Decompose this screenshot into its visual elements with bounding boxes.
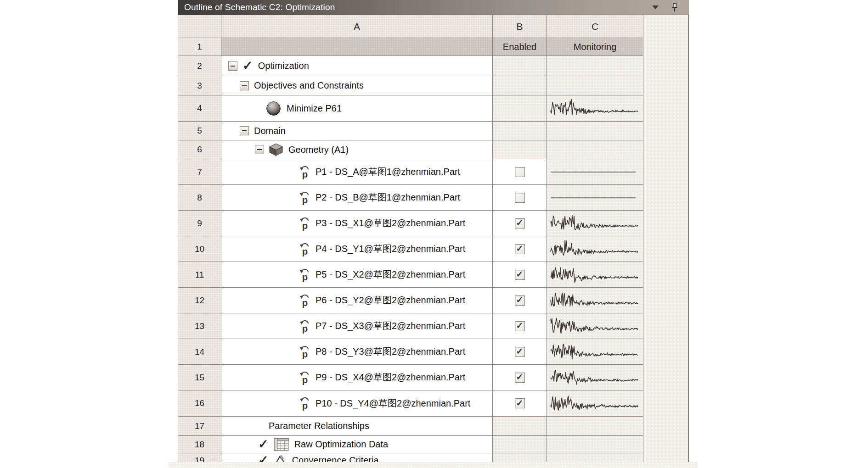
- monitoring-sparkline: [549, 290, 641, 311]
- parameter-icon: p: [299, 319, 310, 334]
- column-b-cell: [493, 390, 547, 416]
- collapse-toggle[interactable]: [255, 145, 264, 154]
- row-number: 10: [178, 236, 221, 262]
- column-a-cell: ✓Optimization: [221, 56, 493, 76]
- column-a-cell: Objectives and Constraints: [221, 76, 493, 95]
- checkmark-icon: ✓: [258, 438, 269, 451]
- row-number: 18: [178, 436, 221, 453]
- table-row-7[interactable]: 7pP1 - DS_A@草图1@zhenmian.Part: [178, 159, 643, 185]
- tree-item[interactable]: pP3 - DS_X1@草图2@zhenmian.Part: [221, 216, 492, 231]
- panel-title-bar[interactable]: Outline of Schematic C2: Optimization: [178, 0, 689, 15]
- tree-item-label: Raw Optimization Data: [294, 439, 389, 450]
- row-number: 6: [178, 140, 221, 159]
- enabled-checkbox-checked[interactable]: [515, 321, 525, 331]
- column-c-cell: [547, 95, 643, 121]
- table-row-5[interactable]: 5Domain: [178, 122, 643, 140]
- row-number: 9: [178, 211, 221, 236]
- tree-item[interactable]: Parameter Relationships: [221, 421, 492, 431]
- enabled-checkbox-checked[interactable]: [515, 295, 525, 306]
- table-row-12[interactable]: 12pP6 - DS_Y2@草图2@zhenmian.Part: [178, 288, 643, 313]
- table-row-3[interactable]: 3Objectives and Constraints: [178, 76, 643, 95]
- monitoring-sparkline: [549, 239, 641, 259]
- tree-item-label: Optimization: [258, 61, 309, 71]
- cube-icon: [269, 143, 283, 156]
- table-row-10[interactable]: 10pP4 - DS_Y1@草图2@zhenmian.Part: [178, 236, 643, 262]
- table-row-14[interactable]: 14pP8 - DS_Y3@草图2@zhenmian.Part: [178, 339, 643, 365]
- enabled-checkbox-checked[interactable]: [515, 244, 525, 254]
- table-row-17[interactable]: 17Parameter Relationships: [178, 417, 643, 436]
- table-row-16[interactable]: 16pP10 - DS_Y4@草图2@zhenmian.Part: [178, 390, 643, 417]
- column-b-cell: [493, 185, 547, 210]
- collapse-toggle[interactable]: [228, 61, 237, 71]
- enabled-checkbox-unchecked[interactable]: [515, 193, 525, 203]
- column-c-cell: [547, 185, 643, 210]
- tree-item[interactable]: Domain: [221, 126, 492, 136]
- tree-item-label: P9 - DS_X4@草图2@zhenmian.Part: [316, 371, 465, 384]
- monitoring-flatline: [549, 188, 641, 208]
- enabled-checkbox-checked[interactable]: [515, 218, 525, 228]
- tree-item[interactable]: pP6 - DS_Y2@草图2@zhenmian.Part: [221, 293, 492, 308]
- tree-item[interactable]: pP4 - DS_Y1@草图2@zhenmian.Part: [221, 242, 492, 256]
- collapse-toggle[interactable]: [240, 126, 249, 135]
- table-row-11[interactable]: 11pP5 - DS_X2@草图2@zhenmian.Part: [178, 262, 643, 288]
- tree-item-label: P7 - DS_X3@草图2@zhenmian.Part: [316, 320, 465, 332]
- monitoring-sparkline: [549, 342, 641, 362]
- monitoring-sparkline: [549, 368, 641, 388]
- tree-item-label: Parameter Relationships: [269, 421, 369, 431]
- column-a-cell: Geometry (A1): [221, 140, 493, 159]
- column-c-cell: [547, 140, 643, 159]
- table-row-18[interactable]: 18✓Raw Optimization Data: [178, 436, 643, 453]
- pin-icon[interactable]: [671, 3, 678, 12]
- monitoring-flatline: [549, 162, 641, 182]
- tree-item[interactable]: Minimize P61: [221, 101, 492, 116]
- row-number: 2: [178, 56, 221, 76]
- panel-right-filler: [643, 15, 689, 468]
- tree-item[interactable]: pP10 - DS_Y4@草图2@zhenmian.Part: [221, 396, 492, 411]
- enabled-checkbox-checked[interactable]: [515, 373, 525, 383]
- table-row-6[interactable]: 6Geometry (A1): [178, 140, 643, 159]
- enabled-checkbox-checked[interactable]: [515, 398, 525, 408]
- tree-item[interactable]: pP9 - DS_X4@草图2@zhenmian.Part: [221, 370, 492, 385]
- tree-item[interactable]: pP2 - DS_B@草图1@zhenmian.Part: [221, 190, 492, 205]
- tree-item[interactable]: ✓Raw Optimization Data: [221, 438, 492, 451]
- tree-item[interactable]: Objectives and Constraints: [221, 80, 492, 91]
- tree-item[interactable]: pP5 - DS_X2@草图2@zhenmian.Part: [221, 267, 492, 282]
- column-c-cell: [547, 236, 643, 262]
- bottom-edge-strip: [169, 462, 698, 468]
- column-c-cell: [547, 262, 643, 287]
- minus-glyph: [242, 85, 247, 86]
- checkmark-icon: ✓: [242, 60, 253, 72]
- column-b-cell: [493, 140, 547, 159]
- table-row-13[interactable]: 13pP7 - DS_X3@草图2@zhenmian.Part: [178, 313, 643, 339]
- table-row-9[interactable]: 9pP3 - DS_X1@草图2@zhenmian.Part: [178, 211, 643, 236]
- table-row-2[interactable]: 2✓Optimization: [178, 56, 643, 76]
- enabled-checkbox-checked[interactable]: [515, 347, 525, 357]
- tree-item[interactable]: pP1 - DS_A@草图1@zhenmian.Part: [221, 165, 492, 179]
- column-a-cell: pP3 - DS_X1@草图2@zhenmian.Part: [221, 211, 493, 236]
- tree-item[interactable]: Geometry (A1): [221, 143, 492, 156]
- table-row-8[interactable]: 8pP2 - DS_B@草图1@zhenmian.Part: [178, 185, 643, 211]
- column-b-cell: [493, 76, 547, 95]
- tree-item-label: P3 - DS_X1@草图2@zhenmian.Part: [316, 217, 465, 229]
- table-row-15[interactable]: 15pP9 - DS_X4@草图2@zhenmian.Part: [178, 365, 643, 390]
- chevron-down-icon[interactable]: [652, 6, 659, 9]
- column-c-cell: [547, 56, 643, 76]
- tree-item[interactable]: ✓Optimization: [221, 60, 492, 72]
- tree-item[interactable]: pP7 - DS_X3@草图2@zhenmian.Part: [221, 319, 492, 334]
- svg-text:p: p: [302, 272, 308, 282]
- column-c-cell: [547, 159, 643, 184]
- column-a-cell: pP2 - DS_B@草图1@zhenmian.Part: [221, 185, 493, 210]
- enabled-checkbox-checked[interactable]: [515, 270, 525, 280]
- row-number: 8: [178, 185, 221, 210]
- collapse-toggle[interactable]: [240, 81, 249, 90]
- enabled-checkbox-unchecked[interactable]: [515, 167, 525, 177]
- column-c-cell: [547, 436, 643, 453]
- column-b-cell: [493, 56, 547, 76]
- column-b-cell: [493, 313, 547, 339]
- svg-text:p: p: [302, 220, 308, 230]
- row-number: 16: [178, 390, 221, 416]
- table-row-4[interactable]: 4Minimize P61: [178, 95, 643, 122]
- column-b-cell: [493, 436, 547, 453]
- tree-item[interactable]: pP8 - DS_Y3@草图2@zhenmian.Part: [221, 345, 492, 359]
- svg-text:p: p: [302, 246, 308, 256]
